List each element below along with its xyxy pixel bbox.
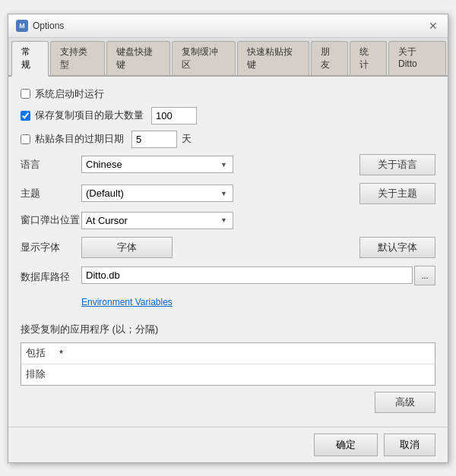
advanced-button[interactable]: 高级 (375, 392, 435, 413)
save-copies-checkbox[interactable] (21, 111, 30, 121)
theme-label: 主题 (21, 187, 81, 200)
expire-checkbox[interactable] (21, 134, 30, 144)
font-row: 显示字体 字体 默认字体 (21, 237, 435, 258)
window-pos-label: 窗口弹出位置 (21, 213, 81, 227)
tab-supported-types[interactable]: 支持类型 (50, 41, 105, 75)
db-path-label: 数据库路径 (21, 270, 81, 284)
db-browse-button[interactable]: ... (414, 266, 435, 285)
window-pos-select-wrapper: At Cursor (81, 212, 233, 229)
save-copies-row: 保存复制项目的最大数量 (21, 107, 435, 125)
include-input[interactable] (56, 346, 430, 361)
theme-select[interactable]: (Default) (81, 184, 233, 202)
window-title: Options (33, 20, 64, 31)
tab-general[interactable]: 常规 (11, 41, 49, 77)
expire-row: 粘贴条目的过期日期 天 (21, 131, 435, 148)
footer-bar: 确定 取消 (8, 427, 448, 462)
exclude-input[interactable] (56, 367, 430, 382)
content-area: 系统启动时运行 保存复制项目的最大数量 粘贴条目的过期日期 天 语言 Chine… (8, 77, 448, 427)
language-row: 语言 Chinese 关于语言 (21, 154, 435, 175)
db-path-row: 数据库路径 ... (21, 266, 435, 288)
db-path-input[interactable] (81, 266, 413, 284)
language-select-wrapper: Chinese (81, 156, 233, 173)
language-select[interactable]: Chinese (81, 156, 233, 173)
title-bar-left: M Options (16, 20, 64, 32)
ok-button[interactable]: 确定 (314, 433, 378, 456)
env-vars-link[interactable]: Environment Variables (81, 297, 173, 307)
title-bar: M Options ✕ (8, 14, 448, 38)
tab-keyboard-shortcuts[interactable]: 键盘快捷键 (106, 41, 170, 75)
tab-quick-paste[interactable]: 快速粘贴按键 (237, 41, 309, 75)
options-window: M Options ✕ 常规 支持类型 键盘快捷键 复制缓冲区 快速粘贴按键 朋… (8, 14, 448, 463)
expire-label: 粘贴条目的过期日期 (35, 132, 124, 146)
theme-button[interactable]: 关于主题 (359, 183, 435, 204)
exclude-row: 排除 (21, 364, 435, 385)
window-pos-select[interactable]: At Cursor (81, 212, 233, 229)
svg-text:M: M (19, 22, 25, 30)
save-copies-label: 保存复制项目的最大数量 (35, 109, 144, 122)
window-pos-row: 窗口弹出位置 At Cursor (21, 212, 435, 229)
theme-row: 主题 (Default) 关于主题 (21, 183, 435, 204)
language-button[interactable]: 关于语言 (359, 154, 435, 175)
tab-about[interactable]: 关于 Ditto (388, 41, 446, 75)
autostart-label: 系统启动时运行 (35, 87, 104, 101)
include-label: 包括 (26, 346, 56, 360)
language-label: 语言 (21, 158, 81, 172)
tab-stats[interactable]: 统计 (350, 41, 387, 75)
font-label: 显示字体 (21, 241, 81, 254)
include-row: 包括 (21, 343, 435, 364)
expire-input[interactable] (131, 131, 177, 148)
close-button[interactable]: ✕ (426, 19, 440, 33)
autostart-row: 系统启动时运行 (21, 87, 435, 101)
cancel-button[interactable]: 取消 (384, 433, 435, 456)
include-exclude-box: 包括 排除 (21, 342, 435, 386)
font-button[interactable]: 字体 (81, 237, 173, 258)
tab-bar: 常规 支持类型 键盘快捷键 复制缓冲区 快速粘贴按键 朋友 统计 关于 Ditt… (8, 38, 448, 77)
autostart-checkbox[interactable] (21, 89, 30, 99)
app-icon: M (16, 20, 28, 32)
copy-apps-label: 接受复制的应用程序 (以；分隔) (21, 323, 435, 336)
tab-copy-buffer[interactable]: 复制缓冲区 (172, 41, 236, 75)
expire-unit: 天 (182, 132, 192, 146)
save-copies-input[interactable] (151, 107, 197, 125)
tab-friends[interactable]: 朋友 (311, 41, 348, 75)
exclude-label: 排除 (26, 367, 56, 381)
theme-select-wrapper: (Default) (81, 184, 233, 202)
default-font-button[interactable]: 默认字体 (359, 237, 435, 258)
